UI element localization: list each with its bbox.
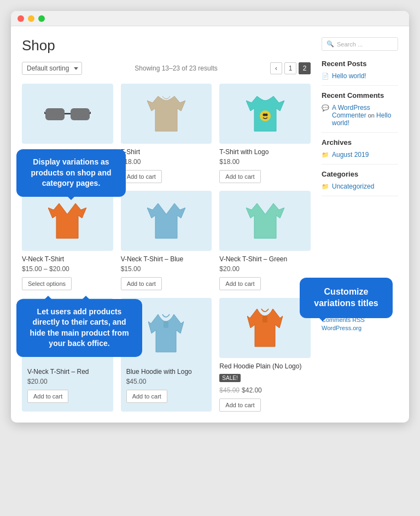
svg-rect-10 bbox=[164, 321, 168, 328]
search-placeholder: Search ... bbox=[337, 41, 363, 48]
product-card: T-Shirt with Logo $18.00 Add to cart bbox=[219, 84, 311, 183]
category-icon: 📁 bbox=[322, 183, 329, 190]
product-name: T-Shirt with Logo bbox=[219, 148, 311, 156]
product-name: V-Neck T-Shirt – Red bbox=[27, 368, 108, 376]
product-price: $45.00 bbox=[126, 378, 207, 385]
tooltip-bubble-1: Display variations as products on shop a… bbox=[16, 149, 126, 197]
product-image bbox=[219, 84, 311, 144]
svg-line-3 bbox=[44, 109, 45, 114]
sidebar-item: 📁 Uncategorized bbox=[322, 183, 398, 190]
vneck-tshirt-icon bbox=[48, 199, 86, 243]
product-price: $15.00 – $20.00 bbox=[22, 265, 113, 273]
sidebar-tooltip-bubble: Customize variations titles bbox=[300, 278, 393, 318]
main-content: Shop Default sorting Showing 13–23 of 23… bbox=[22, 37, 311, 412]
svg-rect-11 bbox=[262, 316, 267, 322]
product-image bbox=[121, 84, 212, 144]
product-price: $20.00 bbox=[219, 265, 311, 273]
divider bbox=[322, 132, 398, 133]
add-to-cart-button[interactable]: Add to cart bbox=[121, 170, 162, 183]
svg-rect-5 bbox=[45, 108, 65, 120]
add-to-cart-button[interactable]: Add to cart bbox=[219, 277, 260, 290]
recent-comments-heading: Recent Comments bbox=[322, 91, 398, 99]
meta-links: Comments RSS WordPress.org bbox=[322, 316, 398, 331]
add-to-cart-button[interactable]: Add to cart bbox=[126, 390, 167, 403]
product-card: Red Hoodie Plain (No Logo) SALE! $45.00$… bbox=[219, 298, 311, 412]
hoodie-blue-icon bbox=[148, 312, 184, 355]
select-options-button[interactable]: Select options bbox=[22, 277, 72, 290]
results-text: Showing 13–23 of 23 results bbox=[135, 64, 217, 72]
add-to-cart-button[interactable]: Add to cart bbox=[219, 170, 260, 183]
comment-text: A WordPress Commenter on Hello world! bbox=[332, 104, 398, 127]
product-image bbox=[121, 191, 212, 251]
minimize-button[interactable] bbox=[28, 15, 34, 22]
product-price: $45.00$42.00 bbox=[219, 386, 311, 394]
product-price: $18.00 bbox=[121, 158, 212, 166]
comment-icon: 💬 bbox=[322, 104, 329, 112]
glasses-icon bbox=[44, 102, 91, 126]
add-to-cart-button[interactable]: Add to cart bbox=[219, 398, 260, 412]
product-name: V-Neck T-Shirt – Blue bbox=[121, 255, 212, 263]
product-card: V-Neck T-Shirt $15.00 – $20.00 Select op… bbox=[22, 191, 113, 290]
vneck-tshirt-blue-icon bbox=[147, 199, 185, 243]
divider bbox=[322, 164, 398, 165]
prev-page-button[interactable]: ‹ bbox=[270, 62, 282, 74]
svg-rect-6 bbox=[71, 108, 90, 120]
svg-line-4 bbox=[90, 109, 91, 114]
hello-world-link[interactable]: Hello world! bbox=[332, 72, 366, 80]
august-2019-link[interactable]: August 2019 bbox=[332, 151, 369, 159]
uncategorized-link[interactable]: Uncategorized bbox=[332, 183, 374, 190]
original-price: $45.00 bbox=[219, 386, 240, 394]
sidebar-item: 📁 August 2019 bbox=[322, 151, 398, 159]
products-grid: T-Shirt $18.00 Add to cart bbox=[22, 84, 311, 412]
product-name: T-Shirt bbox=[121, 148, 212, 156]
maximize-button[interactable] bbox=[38, 15, 45, 22]
sort-select[interactable]: Default sorting bbox=[22, 62, 82, 75]
commenter-link[interactable]: A WordPress Commenter bbox=[332, 104, 370, 119]
archive-icon: 📁 bbox=[322, 151, 329, 159]
archives-heading: Archives bbox=[322, 138, 398, 146]
browser-window: Shop Default sorting Showing 13–23 of 23… bbox=[11, 11, 409, 423]
vneck-tshirt-green-icon bbox=[246, 199, 284, 243]
product-name: Red Hoodie Plain (No Logo) bbox=[219, 362, 311, 370]
page-title: Shop bbox=[22, 37, 311, 54]
tooltip-bubble-2: Let users add products directly to their… bbox=[16, 299, 142, 357]
wordpress-org-link[interactable]: WordPress.org bbox=[322, 325, 398, 331]
page-1-button[interactable]: 1 bbox=[284, 62, 296, 74]
sidebar-item: 📄 Hello world! bbox=[322, 72, 398, 80]
hoodie-red-icon bbox=[247, 306, 283, 350]
add-to-cart-button[interactable]: Add to cart bbox=[27, 390, 68, 403]
post-icon: 📄 bbox=[322, 73, 329, 80]
recent-posts-heading: Recent Posts bbox=[322, 60, 398, 68]
divider bbox=[322, 85, 398, 86]
page-2-button[interactable]: 2 bbox=[299, 62, 311, 74]
sidebar: 🔍 Search ... Recent Posts 📄 Hello world!… bbox=[322, 37, 398, 412]
tshirt-icon bbox=[147, 92, 185, 136]
product-card: V-Neck T-Shirt – Blue $15.00 Add to cart bbox=[121, 191, 212, 290]
product-name: Blue Hoodie with Logo bbox=[126, 368, 207, 376]
product-price: $15.00 bbox=[121, 265, 212, 273]
sale-badge: SALE! bbox=[219, 374, 240, 382]
sidebar-item: 💬 A WordPress Commenter on Hello world! bbox=[322, 104, 398, 127]
add-to-cart-button[interactable]: Add to cart bbox=[121, 277, 162, 290]
product-name: V-Neck T-Shirt bbox=[22, 255, 113, 263]
search-box[interactable]: 🔍 Search ... bbox=[322, 37, 398, 51]
categories-heading: Categories bbox=[322, 170, 398, 178]
product-image bbox=[219, 191, 311, 251]
product-name: V-Neck T-Shirt – Green bbox=[219, 255, 311, 263]
pagination: ‹ 1 2 bbox=[270, 62, 311, 74]
svg-point-9 bbox=[265, 114, 267, 116]
product-image bbox=[22, 84, 113, 144]
divider bbox=[322, 196, 398, 196]
close-button[interactable] bbox=[18, 15, 24, 22]
product-image bbox=[219, 298, 311, 358]
tshirt-icon bbox=[246, 92, 284, 136]
product-price: $20.00 bbox=[27, 378, 108, 385]
product-card: T-Shirt $18.00 Add to cart bbox=[121, 84, 212, 183]
svg-point-7 bbox=[260, 110, 271, 121]
product-price: $18.00 bbox=[219, 158, 311, 166]
titlebar bbox=[11, 11, 409, 26]
toolbar: Default sorting Showing 13–23 of 23 resu… bbox=[22, 62, 311, 75]
search-icon: 🔍 bbox=[326, 40, 334, 48]
product-card: V-Neck T-Shirt – Green $20.00 Add to car… bbox=[219, 191, 311, 290]
